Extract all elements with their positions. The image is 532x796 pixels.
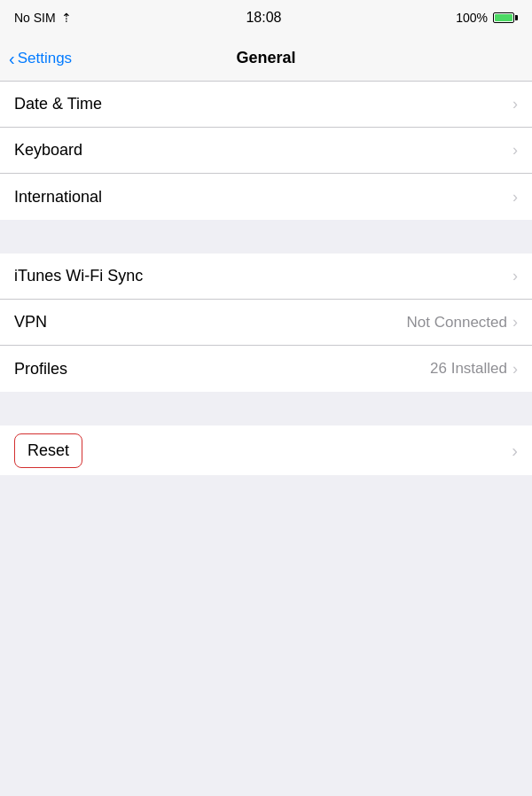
section-1: Date & Time › Keyboard › International › [0, 82, 532, 220]
profiles-right: 26 Installed › [430, 360, 518, 378]
section-gap-2 [0, 392, 532, 425]
section-2: iTunes Wi-Fi Sync › VPN Not Connected › … [0, 254, 532, 392]
international-label: International [14, 188, 102, 207]
reset-section: Reset › [0, 425, 532, 475]
battery-icon [493, 12, 518, 23]
status-right: 100% [456, 11, 518, 25]
content: Date & Time › Keyboard › International ›… [0, 82, 532, 652]
nav-bar: ‹ Settings General [0, 35, 532, 82]
date-time-label: Date & Time [14, 95, 102, 113]
international-chevron-icon: › [512, 188, 518, 207]
battery-tip [515, 15, 518, 20]
status-time: 18:08 [246, 10, 281, 26]
international-right: › [512, 188, 518, 207]
date-time-right: › [512, 95, 518, 113]
status-left: No SIM ⇡ [14, 11, 72, 25]
battery-percent: 100% [456, 11, 488, 25]
back-label: Settings [18, 50, 72, 67]
date-time-chevron-icon: › [512, 95, 518, 113]
carrier-label: No SIM [14, 11, 56, 25]
vpn-label: VPN [14, 313, 47, 332]
profiles-value: 26 Installed [430, 360, 507, 378]
itunes-wifi-sync-label: iTunes Wi-Fi Sync [14, 267, 143, 285]
profiles-chevron-icon: › [512, 360, 518, 378]
back-button[interactable]: ‹ Settings [9, 50, 72, 67]
keyboard-label: Keyboard [14, 141, 82, 160]
reset-row[interactable]: Reset › [0, 425, 532, 475]
nav-title: General [236, 49, 295, 67]
vpn-value: Not Connected [407, 314, 507, 332]
profiles-label: Profiles [14, 360, 67, 378]
itunes-wifi-sync-chevron-icon: › [512, 267, 518, 285]
profiles-row[interactable]: Profiles 26 Installed › [0, 346, 532, 392]
keyboard-chevron-icon: › [512, 141, 518, 160]
vpn-chevron-icon: › [512, 313, 518, 332]
status-bar: No SIM ⇡ 18:08 100% [0, 0, 532, 35]
itunes-wifi-sync-row[interactable]: iTunes Wi-Fi Sync › [0, 254, 532, 300]
section-gap-1 [0, 220, 532, 254]
battery-body [493, 12, 514, 23]
reset-label: Reset [14, 433, 82, 468]
vpn-row[interactable]: VPN Not Connected › [0, 300, 532, 346]
vpn-right: Not Connected › [407, 313, 518, 332]
section-gap-3 [0, 475, 532, 652]
battery-fill [495, 14, 512, 21]
back-chevron-icon: ‹ [9, 50, 15, 67]
international-row[interactable]: International › [0, 174, 532, 220]
wifi-icon: ⇡ [61, 11, 72, 25]
reset-left: Reset [14, 433, 512, 468]
date-time-row[interactable]: Date & Time › [0, 82, 532, 128]
reset-chevron-icon: › [512, 441, 518, 461]
itunes-wifi-sync-right: › [512, 267, 518, 285]
keyboard-row[interactable]: Keyboard › [0, 128, 532, 174]
keyboard-right: › [512, 141, 518, 160]
